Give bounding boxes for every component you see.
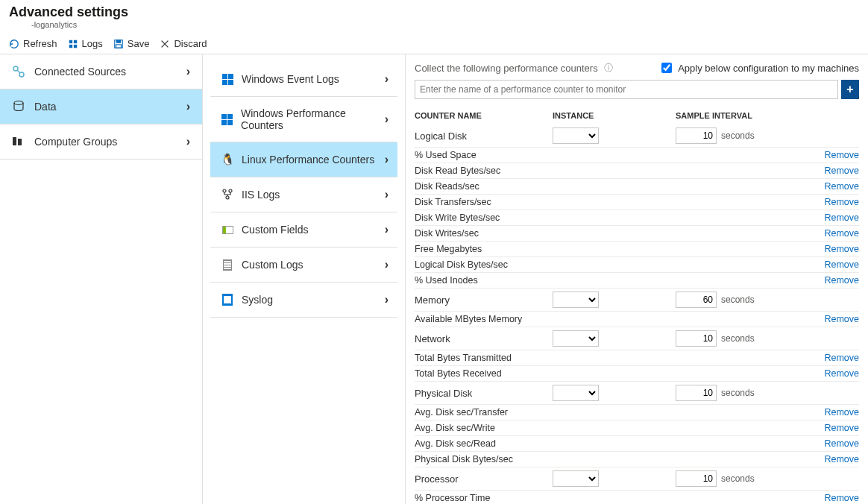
group-name: Processor [415,473,553,485]
windows-icon [219,114,235,125]
chevron-right-icon: › [186,65,190,78]
counter-search-input[interactable] [415,80,838,99]
remove-link[interactable]: Remove [824,493,859,503]
sub-custom-logs[interactable]: Custom Logs › [210,248,397,283]
counter-row: Disk Write Bytes/secRemove [415,210,859,226]
logs-button[interactable]: Logs [68,38,103,49]
refresh-button[interactable]: Refresh [9,38,57,49]
interval-input[interactable] [676,385,717,401]
interval-input[interactable] [676,470,717,487]
seconds-label: seconds [721,333,755,344]
svg-rect-5 [116,40,120,42]
svg-rect-2 [69,44,72,47]
discard-icon [160,39,170,49]
sub-windows-perf-counters[interactable]: Windows Performance Counters › [210,97,397,142]
remove-link[interactable]: Remove [824,438,859,449]
counter-name: Total Bytes Transmitted [415,353,824,363]
remove-link[interactable]: Remove [824,259,859,270]
sub-syslog[interactable]: Syslog › [210,283,397,318]
counter-row: Physical Disk Bytes/secRemove [415,452,859,467]
svg-rect-1 [73,40,76,42]
nav-computer-groups[interactable]: Computer Groups › [0,125,202,160]
chevron-right-icon: › [385,72,389,86]
remove-link[interactable]: Remove [824,150,859,160]
sub-label: Custom Logs [242,259,303,271]
counter-row: % Used SpaceRemove [415,148,859,163]
nav-label: Connected Sources [34,66,126,78]
counter-name: Avg. Disk sec/Write [415,423,824,433]
sub-label: IIS Logs [242,189,280,201]
svg-rect-0 [69,40,72,42]
svg-point-12 [223,189,226,192]
interval-input[interactable] [676,330,717,347]
sub-label: Windows Event Logs [242,73,339,85]
instance-select[interactable] [553,127,599,144]
col-instance: INSTANCE [553,111,676,120]
page-subtitle: -loganalytics [31,20,859,29]
nav-data[interactable]: Data › [0,89,202,125]
instance-select[interactable] [553,330,599,347]
sub-label: Windows Performance Counters [241,107,385,131]
counter-row: Avg. Disk sec/TransferRemove [415,405,859,420]
add-counter-button[interactable]: + [841,80,859,99]
instance-select[interactable] [553,470,599,487]
remove-link[interactable]: Remove [824,181,859,192]
remove-link[interactable]: Remove [824,353,859,363]
discard-button[interactable]: Discard [160,38,207,49]
chevron-right-icon: › [385,223,389,236]
syslog-icon [219,294,236,306]
logs-icon [68,39,78,49]
sub-windows-event-logs[interactable]: Windows Event Logs › [210,62,397,97]
instance-select[interactable] [553,292,599,308]
remove-link[interactable]: Remove [824,314,859,324]
help-icon[interactable]: ⓘ [604,62,613,75]
page-title: Advanced settings [9,4,859,20]
custom-logs-icon [219,259,236,271]
counter-group-row: Networkseconds [415,327,859,350]
collect-label: Collect the following performance counte… [415,63,598,74]
remove-link[interactable]: Remove [824,454,859,464]
nav-connected-sources[interactable]: Connected Sources › [0,54,202,89]
save-button[interactable]: Save [113,38,150,49]
counter-name: Disk Write Bytes/sec [415,212,824,223]
remove-link[interactable]: Remove [824,275,859,286]
remove-link[interactable]: Remove [824,368,859,379]
counter-row: Disk Read Bytes/secRemove [415,163,859,179]
counter-name: % Used Inodes [415,275,824,286]
counter-group-row: Logical Diskseconds [415,125,859,148]
counter-group-row: Processorseconds [415,467,859,491]
interval-input[interactable] [676,127,717,144]
sub-iis-logs[interactable]: IIS Logs › [210,177,397,212]
remove-link[interactable]: Remove [824,423,859,433]
remove-link[interactable]: Remove [824,166,859,176]
instance-select[interactable] [553,385,599,401]
counter-row: Disk Transfers/secRemove [415,195,859,210]
remove-link[interactable]: Remove [824,228,859,239]
apply-config-checkbox[interactable]: Apply below configuration to my machines [658,60,859,75]
sub-custom-fields[interactable]: Custom Fields › [210,212,397,248]
linux-icon: 🐧 [219,153,236,166]
group-name: Memory [415,294,553,306]
counter-row: Disk Reads/secRemove [415,179,859,195]
interval-input[interactable] [676,292,717,308]
apply-config-label: Apply below configuration to my machines [678,63,859,74]
counter-name: Disk Writes/sec [415,228,824,239]
counter-name: Physical Disk Bytes/sec [415,454,824,464]
svg-point-13 [229,189,232,192]
nav-primary: Connected Sources › Data › Computer Grou… [0,54,203,504]
seconds-label: seconds [721,473,755,484]
counter-row: % Processor TimeRemove [415,491,859,504]
counter-row: Total Bytes ReceivedRemove [415,366,859,382]
remove-link[interactable]: Remove [824,212,859,223]
counter-name: Avg. Disk sec/Read [415,438,824,449]
sub-linux-perf-counters[interactable]: 🐧 Linux Performance Counters › [210,142,397,177]
chevron-right-icon: › [186,135,190,148]
remove-link[interactable]: Remove [824,244,859,254]
header: Advanced settings -loganalytics [0,0,868,31]
counter-row: Logical Disk Bytes/secRemove [415,257,859,273]
seconds-label: seconds [721,294,755,305]
svg-rect-10 [13,137,16,145]
apply-config-input[interactable] [661,63,672,73]
remove-link[interactable]: Remove [824,197,859,207]
remove-link[interactable]: Remove [824,407,859,418]
